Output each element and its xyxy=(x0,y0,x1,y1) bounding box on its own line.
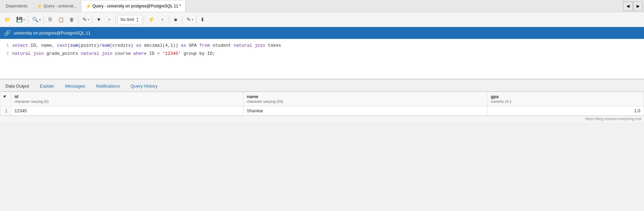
plain-points: (points)/ xyxy=(78,43,102,48)
cell-gpa-1: 1.0 xyxy=(487,106,644,116)
separator-9 xyxy=(196,16,196,24)
delete-icon: 🗑 xyxy=(69,17,74,22)
col-name-name: name xyxy=(247,94,484,99)
col-header-gpa[interactable]: gpa numeric (4,1 xyxy=(487,92,644,106)
table-row: 1 12345 Shankar 1.0 xyxy=(0,106,644,116)
kw-where: where xyxy=(133,51,147,56)
plain-decimal: decimal(4,1)) xyxy=(141,43,181,48)
tab-messages[interactable]: Messages xyxy=(60,81,91,91)
plain-course: course xyxy=(112,51,133,56)
status-text: https://blog.ezeizaconsejenrig.real xyxy=(585,117,641,121)
separator-5 xyxy=(116,16,116,24)
explain-button[interactable]: ✎ ▾ xyxy=(184,14,194,25)
kw-from: from xyxy=(199,43,210,48)
stop-button[interactable]: ■ xyxy=(171,14,180,25)
tab-data-output[interactable]: Data Output xyxy=(0,81,34,91)
open-icon: 📁 xyxy=(4,17,11,23)
tab-query-active[interactable]: ⚡ Query - university on postgres@Postgre… xyxy=(81,0,185,12)
filter-icon: ▼ xyxy=(96,17,101,22)
connection-label: university on postgres@PostgreSQL 11 xyxy=(14,30,91,36)
plain-gpa: GPA xyxy=(186,43,199,48)
fn-sum2: sum xyxy=(102,43,109,48)
paste-button[interactable]: 📋 xyxy=(56,14,66,25)
fn-sum1: sum xyxy=(70,43,78,48)
kw-select: select xyxy=(12,43,31,48)
find-dropdown-arrow: ▾ xyxy=(39,18,41,21)
separator-4 xyxy=(92,16,92,24)
plain-cols: ID, name, xyxy=(31,43,57,48)
col-header-id[interactable]: id character varying (5) xyxy=(11,92,244,106)
no-limit-select[interactable]: No limit ▲▼ xyxy=(118,15,142,24)
col-id-type: character varying (5) xyxy=(15,99,49,103)
download-icon: ⬇ xyxy=(200,17,205,23)
explain-icon: ✎ xyxy=(187,17,191,23)
tab-query-short-label: Query - universit... xyxy=(44,4,77,8)
bolt-icon-2: ⚡ xyxy=(85,3,91,9)
connection-icon: 🔗 xyxy=(4,30,11,36)
execute-dropdown-arrow: ▾ xyxy=(162,18,164,21)
plain-paren: ( xyxy=(68,43,70,48)
bolt-icon-1: ⚡ xyxy=(36,3,42,9)
plain-id-eq: ID = xyxy=(147,51,163,56)
open-button[interactable]: 📁 xyxy=(2,14,13,25)
save-dropdown-arrow: ▾ xyxy=(23,18,25,21)
tab-dependents[interactable]: Dependents xyxy=(1,0,32,12)
col-header-name[interactable]: name character varying (20) xyxy=(243,92,487,106)
kw-as2: as xyxy=(181,43,186,48)
cell-name-1: Shankar xyxy=(243,106,487,116)
row-num-1: 1 xyxy=(0,106,11,116)
status-bar: https://blog.ezeizaconsejenrig.real xyxy=(0,116,644,122)
separator-8 xyxy=(182,16,182,24)
find-button[interactable]: 🔍 ▾ xyxy=(30,14,42,25)
kw-cast: cast xyxy=(57,43,68,48)
explain-dropdown-arrow: ▾ xyxy=(192,18,193,21)
data-table-wrapper: ◤ id character varying (5) name characte… xyxy=(0,92,644,116)
stop-icon: ■ xyxy=(174,17,177,22)
sql-code-1: select ID, name, cast(sum(points)/sum(cr… xyxy=(12,42,644,49)
paste-icon: 📋 xyxy=(58,17,64,22)
tab-bar: Dependents ⚡ Query - universit... ⚡ Quer… xyxy=(0,0,644,12)
no-limit-arrows: ▲▼ xyxy=(136,17,139,23)
sql-code-2: natural join grade_points natural join c… xyxy=(12,50,644,57)
kw-as1: as xyxy=(136,43,142,48)
col-gpa-type: numeric (4,1 xyxy=(491,99,512,103)
plain-credits: (credits) xyxy=(110,43,136,48)
sql-line-1: 1 select ID, name, cast(sum(points)/sum(… xyxy=(0,42,644,50)
save-button[interactable]: 💾 ▾ xyxy=(14,14,26,25)
filter-dropdown-button[interactable]: ▾ xyxy=(104,14,114,25)
tab-notifications[interactable]: Notifications xyxy=(91,81,125,91)
filter-dropdown-arrow: ▾ xyxy=(108,18,110,21)
separator-6 xyxy=(144,16,144,24)
tab-query-short[interactable]: ⚡ Query - universit... xyxy=(32,0,81,12)
toolbar: 📁 💾 ▾ 🔍 ▾ ⎘ 📋 🗑 ✎ ▾ ▼ ▾ No limit ▲▼ ⚡ ▾ xyxy=(0,12,644,27)
tab-query-history[interactable]: Query History xyxy=(125,81,163,91)
tab-data-output-label: Data Output xyxy=(5,84,29,89)
copy-button[interactable]: ⎘ xyxy=(46,14,55,25)
separator-7 xyxy=(169,16,169,24)
edit-dropdown-arrow: ▾ xyxy=(88,18,89,21)
kw-naturaljoin1: natural join xyxy=(233,43,265,48)
cell-id-1: 12345 xyxy=(11,106,244,116)
edit-button[interactable]: ✎ ▾ xyxy=(80,14,90,25)
tab-nav-forward[interactable]: ▶ xyxy=(633,1,643,11)
execute-button[interactable]: ⚡ xyxy=(146,14,157,25)
tab-explain[interactable]: Explain xyxy=(34,81,60,91)
separator-3 xyxy=(78,16,78,24)
save-icon: 💾 xyxy=(16,17,23,23)
tab-query-active-label: Query - university on postgres@PostgreSQ… xyxy=(93,4,181,8)
execute-dropdown-button[interactable]: ▾ xyxy=(158,14,167,25)
sql-line-2: 2 natural join grade_points natural join… xyxy=(0,50,644,58)
kw-naturaljoin2: natural join xyxy=(12,51,44,56)
row-num-header: ◤ xyxy=(0,92,11,106)
download-button[interactable]: ⬇ xyxy=(198,14,207,25)
line-number-1: 1 xyxy=(0,43,12,48)
edit-icon: ✎ xyxy=(82,17,87,23)
plain-takes: takes xyxy=(265,43,281,48)
delete-button[interactable]: 🗑 xyxy=(67,14,76,25)
sql-editor[interactable]: 1 select ID, name, cast(sum(points)/sum(… xyxy=(0,39,644,79)
filter-button[interactable]: ▼ xyxy=(94,14,104,25)
tab-nav-back[interactable]: ◀ xyxy=(623,1,633,11)
col-name-type: character varying (20) xyxy=(247,99,283,103)
execute-icon: ⚡ xyxy=(148,16,155,23)
plain-groupby: group by ID; xyxy=(181,51,215,56)
